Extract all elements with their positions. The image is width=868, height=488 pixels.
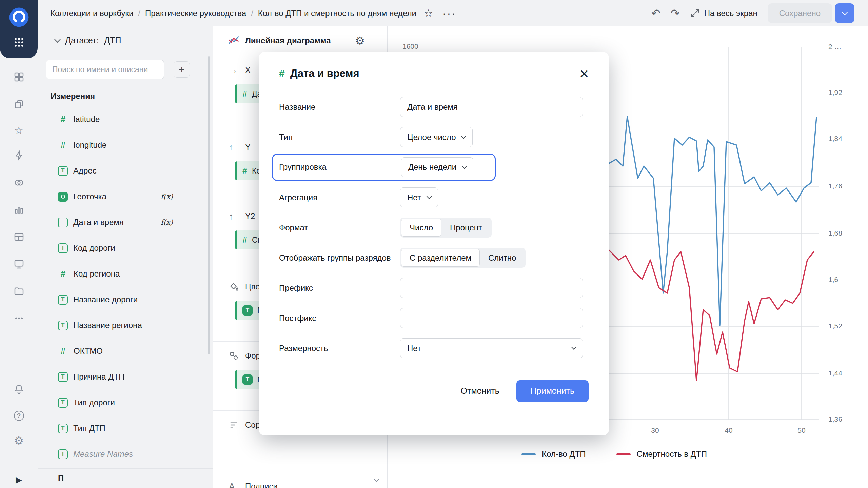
measures-title-clipped: П (38, 469, 213, 483)
collections-icon[interactable] (13, 98, 25, 111)
fields-list: #latitude #longitude TАдрес Геоточкаf(x)… (38, 106, 213, 467)
favorites-icon[interactable]: ☆ (14, 125, 23, 136)
app-window: ☆ ? ⚙ ▶ Коллекции и воркбуки / Практичес… (0, 0, 868, 488)
breadcrumb-guides[interactable]: Практические руководства (145, 8, 246, 18)
rail-footer: ? ⚙ ▶ (13, 384, 25, 488)
formula-badge: f(x) (161, 192, 173, 201)
field-item[interactable]: Геоточкаf(x) (38, 184, 213, 209)
more-actions-icon[interactable]: ··· (442, 11, 456, 16)
chevron-down-icon (842, 9, 848, 15)
undo-icon[interactable]: ↶ (651, 8, 660, 19)
field-item[interactable]: TКод дороги (38, 235, 213, 261)
add-field-button[interactable]: + (174, 61, 190, 78)
connections-icon[interactable] (13, 150, 25, 163)
collapse-play-icon[interactable]: ▶ (16, 476, 22, 484)
format-segmented: Число Процент (400, 218, 492, 238)
field-item[interactable]: TАдрес (38, 158, 213, 184)
name-input[interactable] (400, 97, 583, 117)
rail-header (0, 0, 38, 58)
postfix-row: Постфикс (279, 308, 589, 328)
tables-icon[interactable] (13, 231, 25, 244)
text-field-icon: T (242, 305, 253, 316)
breadcrumb: Коллекции и воркбуки / Практические руко… (50, 8, 416, 18)
format-row: Формат Число Процент (279, 218, 589, 238)
fullscreen-control[interactable]: На весь экран (690, 8, 757, 18)
favorite-star-icon[interactable]: ☆ (424, 8, 433, 18)
grouping-row-focused: Группировка День недели (272, 154, 496, 181)
notifications-bell-icon[interactable] (13, 384, 25, 396)
field-item[interactable]: Дата и времяf(x) (38, 209, 213, 235)
text-field-icon: T (58, 424, 68, 433)
digit-groups-option-plain[interactable]: Слитно (480, 249, 525, 267)
close-icon[interactable]: × (579, 67, 589, 80)
files-icon[interactable] (13, 285, 25, 298)
number-field-icon: # (58, 114, 68, 125)
prefix-input[interactable] (400, 278, 583, 298)
settings-gear-icon[interactable]: ⚙ (14, 435, 24, 446)
grouping-select[interactable]: День недели (401, 157, 473, 177)
cancel-button[interactable]: Отменить (452, 380, 508, 402)
text-field-icon: T (58, 449, 68, 459)
date-field-icon (58, 218, 68, 227)
breadcrumb-collections[interactable]: Коллекции и воркбуки (50, 8, 133, 18)
formula-badge: f(x) (161, 218, 173, 226)
format-option-number[interactable]: Число (401, 219, 441, 237)
text-field-icon: T (58, 398, 68, 408)
field-item[interactable]: TПричина ДТП (38, 364, 213, 390)
save-dropdown-button[interactable] (835, 3, 854, 23)
saved-button[interactable]: Сохранено (768, 3, 832, 23)
gear-icon[interactable]: ⚙ (355, 35, 365, 46)
field-item[interactable]: #ОКТМО (38, 338, 213, 364)
field-item[interactable]: #longitude (38, 132, 213, 158)
digit-groups-option-separator[interactable]: С разделителем (401, 249, 480, 267)
more-icon[interactable] (13, 312, 25, 325)
number-field-icon: # (242, 235, 247, 245)
chevron-down-icon (427, 194, 432, 199)
redo-icon[interactable]: ↷ (671, 8, 680, 19)
editor-icon[interactable] (13, 258, 25, 271)
field-settings-dialog: # Дата и время × Название Тип Целое числ… (259, 52, 609, 435)
format-option-percent[interactable]: Процент (441, 219, 491, 237)
geopoint-field-icon (58, 192, 68, 202)
dataset-selector[interactable]: Датасет: ДТП (38, 26, 213, 54)
legend-item-accidents[interactable]: Кол-во ДТП (521, 449, 586, 459)
fullscreen-icon (690, 8, 700, 18)
dashboards-icon[interactable] (13, 71, 25, 84)
text-field-icon: T (58, 166, 68, 176)
field-item[interactable]: TНазвание региона (38, 312, 213, 338)
datasets-icon[interactable] (13, 177, 25, 190)
legend-item-mortality[interactable]: Смертность в ДТП (616, 449, 707, 459)
number-field-icon: # (58, 346, 68, 357)
field-item[interactable]: TТип ДТП (38, 415, 213, 441)
chevron-down-icon (461, 134, 467, 139)
field-item[interactable]: #Код региона (38, 261, 213, 287)
help-icon[interactable]: ? (14, 411, 24, 421)
aggregation-label: Агрегация (279, 192, 400, 203)
field-item[interactable]: TНазвание дороги (38, 287, 213, 312)
aggregation-select[interactable]: Нет (400, 187, 438, 207)
number-field-icon: # (58, 140, 68, 150)
field-item[interactable]: TMeasure Names (38, 441, 213, 467)
scroll-down-icon[interactable] (375, 476, 378, 483)
grouping-label: Группировка (279, 162, 401, 172)
section-labels: АПодписи (213, 472, 387, 488)
apply-button[interactable]: Применить (516, 380, 589, 402)
legend-swatch (616, 453, 631, 455)
search-input[interactable] (46, 60, 164, 79)
type-label: Тип (279, 132, 400, 142)
arrow-up-icon: ↑ (229, 212, 240, 221)
type-select[interactable]: Целое число (400, 127, 473, 147)
apps-menu-icon[interactable] (13, 37, 25, 48)
scrollbar[interactable] (208, 56, 210, 474)
field-item[interactable]: TТип дороги (38, 390, 213, 415)
text-field-icon: T (242, 374, 253, 385)
line-chart-icon (228, 35, 240, 46)
chevron-down-icon (54, 36, 60, 42)
postfix-input[interactable] (400, 308, 583, 328)
scrollbar-thumb[interactable] (208, 56, 210, 354)
field-item[interactable]: #latitude (38, 106, 213, 132)
datalens-logo[interactable] (8, 7, 29, 28)
number-field-icon: # (58, 269, 68, 279)
dimension-select[interactable]: Нет (400, 338, 583, 358)
charts-icon[interactable] (13, 204, 25, 217)
